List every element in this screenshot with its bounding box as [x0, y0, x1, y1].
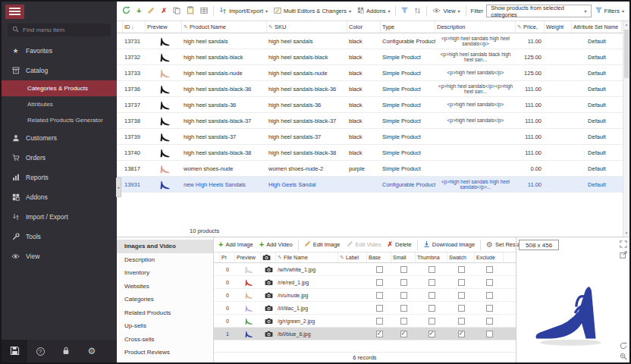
checkbox-swatch[interactable]	[458, 292, 465, 299]
column-header-preview[interactable]: Preview	[235, 253, 261, 262]
product-row[interactable]: 13736high heel sandals-black-36high heel…	[117, 81, 629, 97]
column-header-label[interactable]: ✎Label	[338, 253, 367, 262]
column-header-attribute-set-name[interactable]: Attribute Set Name	[572, 21, 622, 33]
column-header-type[interactable]: Type	[381, 21, 435, 33]
scroll-up-icon[interactable]: ▴	[623, 21, 629, 28]
sidebar-item-customers[interactable]: Customers	[2, 128, 117, 148]
image-row[interactable]: 0/g/r/green_2.jpg	[214, 315, 516, 328]
column-header-sku[interactable]: ✎SKU	[267, 21, 347, 33]
checkbox-thumbnail[interactable]	[429, 292, 435, 299]
row-expander[interactable]	[117, 97, 123, 112]
checkbox-swatch[interactable]	[458, 279, 465, 286]
checkbox-base[interactable]	[376, 266, 383, 273]
column-header-preview[interactable]: Preview	[146, 21, 182, 33]
sidebar-subitem-attributes[interactable]: Attributes	[2, 96, 117, 112]
help-button[interactable]: ?	[27, 340, 53, 362]
sidebar-collapse-handle[interactable]: ◂	[116, 177, 121, 197]
checkbox-thumbnail[interactable]	[429, 266, 435, 273]
add-image-button[interactable]: +Add Image	[216, 240, 256, 249]
checkbox-swatch[interactable]	[458, 305, 465, 312]
row-expander[interactable]	[117, 65, 123, 80]
row-expander[interactable]	[214, 289, 220, 301]
checkbox-small[interactable]	[400, 292, 407, 299]
product-row[interactable]: 13731high heel sandalshigh heel sandalsb…	[117, 33, 629, 49]
column-header-file-name[interactable]: ✎File Name	[276, 253, 338, 262]
sidebar-item-catalog[interactable]: Catalog	[2, 61, 117, 80]
image-row[interactable]: 0/n/u/nude.jpg	[214, 289, 516, 302]
column-header-camera[interactable]	[261, 253, 276, 262]
checkbox-swatch[interactable]: ✓	[458, 331, 465, 337]
paste-button[interactable]	[184, 5, 196, 17]
row-expander[interactable]	[214, 302, 220, 314]
filters-menu[interactable]: Filters▾	[593, 5, 626, 17]
checkbox-exclude[interactable]	[486, 279, 493, 286]
checkbox-exclude[interactable]	[486, 292, 493, 299]
sidebar-item-reports[interactable]: Reports	[2, 168, 117, 187]
detail-tab-description[interactable]: Description	[117, 253, 213, 267]
checkbox-thumbnail[interactable]: ✓	[429, 331, 435, 337]
add-product-button[interactable]: +	[134, 5, 143, 17]
checkbox-small[interactable]	[400, 279, 407, 286]
checkbox-base[interactable]	[376, 292, 383, 299]
settings-button[interactable]: ⚙	[79, 340, 105, 362]
product-row[interactable]: 13740high heel sandals-black-38high heel…	[117, 145, 629, 161]
delete-image-button[interactable]: ✗Delete	[385, 240, 414, 249]
delete-product-button[interactable]: ✗	[159, 6, 169, 16]
fullscreen-icon[interactable]	[620, 240, 627, 248]
row-expander[interactable]	[117, 129, 123, 144]
column-header-swatch[interactable]: Swatch	[447, 253, 475, 262]
checkbox-exclude[interactable]	[486, 266, 493, 273]
row-expander[interactable]	[214, 315, 220, 327]
lock-button[interactable]	[53, 340, 79, 362]
row-expander[interactable]	[214, 328, 220, 340]
detail-tab-up-sells[interactable]: Up-sells	[117, 319, 213, 333]
copy-button[interactable]	[171, 5, 183, 17]
column-header-weight[interactable]: Weight	[545, 21, 572, 33]
menu-toggle-button[interactable]	[5, 5, 24, 19]
sidebar-item-orders[interactable]: Orders	[2, 148, 117, 168]
checkbox-swatch[interactable]	[458, 318, 465, 325]
rotate-icon[interactable]	[620, 342, 627, 350]
detail-tab-related-products[interactable]: Related Products	[117, 306, 213, 320]
columns-button[interactable]	[198, 5, 210, 17]
sidebar-search-input[interactable]: Find menu item	[8, 24, 111, 36]
row-expander[interactable]	[117, 81, 123, 96]
column-header-color[interactable]: Color	[347, 21, 381, 33]
row-expander[interactable]	[117, 161, 123, 176]
row-expander[interactable]	[214, 263, 220, 275]
row-expander[interactable]	[214, 276, 220, 288]
multi-editors-menu[interactable]: Multi Editors & Changers▾	[272, 5, 353, 17]
column-header-price[interactable]: ✎Price,	[516, 21, 545, 33]
detail-tab-cross-sells[interactable]: Cross-sells	[117, 333, 213, 347]
checkbox-exclude[interactable]	[486, 318, 493, 325]
column-header-id[interactable]: ID↓	[123, 21, 146, 33]
save-button[interactable]	[2, 340, 27, 362]
checkbox-exclude[interactable]	[486, 305, 493, 312]
sidebar-item-view[interactable]: View	[2, 246, 117, 266]
edit-video-button[interactable]: Edit Video	[344, 240, 384, 249]
checkbox-swatch[interactable]	[458, 266, 465, 273]
product-row[interactable]: 13817women shoes-nudewomen shoes-nude-2p…	[117, 161, 629, 177]
image-row[interactable]: 1/b/l/blue_6.jpg✓✓✓✓	[214, 328, 516, 340]
column-header-pr[interactable]: Pr	[220, 253, 235, 262]
checkbox-small[interactable]	[400, 318, 407, 325]
checkbox-small[interactable]	[400, 266, 407, 273]
checkbox-thumbnail[interactable]	[429, 305, 435, 312]
image-row[interactable]: 0/l/i/lilac_1.jpg	[214, 302, 516, 315]
row-expander[interactable]	[117, 113, 123, 128]
checkbox-small[interactable]	[400, 305, 407, 312]
product-row[interactable]: 13733high heel sandals-nudehigh heel san…	[117, 65, 629, 81]
zoom-icon[interactable]	[620, 353, 627, 360]
filter-icon-button[interactable]	[399, 5, 410, 17]
checkbox-thumbnail[interactable]	[429, 279, 435, 286]
download-image-button[interactable]: Download Image	[421, 240, 477, 250]
checkbox-exclude[interactable]	[486, 331, 493, 337]
checkbox-base[interactable]	[376, 318, 383, 325]
addons-menu[interactable]: Addons▾	[355, 5, 392, 17]
edit-product-button[interactable]	[145, 5, 157, 17]
column-header-base[interactable]: Base	[367, 253, 391, 262]
row-expander[interactable]	[117, 33, 123, 49]
sidebar-item-addons[interactable]: Addons	[2, 187, 117, 207]
detail-tab-product-reviews[interactable]: Product Reviews	[117, 346, 213, 359]
vertical-scrollbar[interactable]: ▴ ▾	[623, 21, 629, 237]
